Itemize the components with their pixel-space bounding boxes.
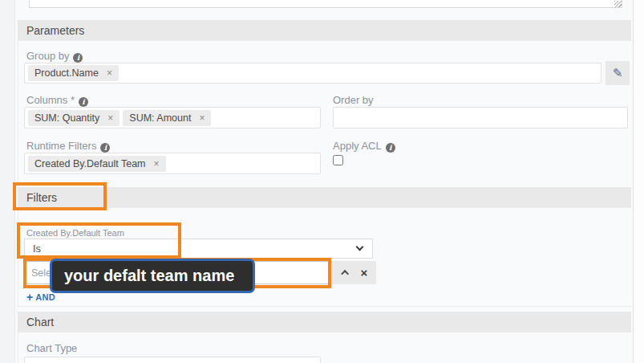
- plus-icon: +: [26, 291, 33, 304]
- chevron-down-icon: [356, 243, 364, 251]
- tag-label: SUM: Quantity: [34, 112, 99, 124]
- section-header-chart: Chart: [18, 312, 631, 332]
- section-title: Parameters: [26, 24, 84, 37]
- remove-tag-icon[interactable]: ×: [107, 68, 112, 78]
- tag-label: Created By.Default Team: [34, 158, 146, 169]
- info-icon[interactable]: i: [73, 53, 83, 63]
- order-by-input[interactable]: [333, 107, 628, 128]
- group-by-label: Group byi: [26, 50, 83, 63]
- section-header-filters: Filters: [18, 187, 631, 208]
- section-title: Chart: [26, 316, 54, 328]
- remove-tag-icon[interactable]: ×: [154, 159, 160, 169]
- remove-filter-button[interactable]: ×: [360, 267, 367, 279]
- info-icon[interactable]: i: [386, 143, 395, 153]
- info-icon[interactable]: i: [79, 97, 88, 107]
- tag-label: Product.Name: [34, 67, 99, 79]
- runtime-filters-label: Runtime Filtersi: [26, 140, 110, 153]
- apply-acl-label: Apply ACLi: [333, 140, 395, 153]
- tag-chip[interactable]: SUM: Quantity ×: [28, 110, 119, 126]
- filter-row-actions: ×: [331, 261, 376, 284]
- and-link-label: AND: [35, 292, 55, 302]
- resize-handle-icon[interactable]: [614, 1, 622, 7]
- remove-tag-icon[interactable]: ×: [107, 113, 113, 123]
- tag-chip[interactable]: Created By.Default Team ×: [28, 156, 166, 172]
- edit-group-by-button[interactable]: ✎: [606, 61, 630, 85]
- scrollbar-track[interactable]: [633, 0, 644, 363]
- columns-input[interactable]: SUM: Quantity × SUM: Amount ×: [24, 107, 321, 128]
- annotation-tooltip: your defalt team name: [50, 259, 255, 293]
- description-textarea[interactable]: [29, 0, 622, 8]
- tag-chip[interactable]: SUM: Amount ×: [123, 110, 211, 126]
- order-by-label: Order by: [333, 94, 374, 106]
- operator-select[interactable]: Is: [24, 239, 373, 259]
- caret-up-icon: [341, 270, 349, 278]
- columns-label: Columns *i: [26, 94, 88, 107]
- chart-type-label: Chart Type: [26, 342, 77, 354]
- section-header-parameters: Parameters: [18, 20, 631, 41]
- remove-tag-icon[interactable]: ×: [199, 113, 205, 123]
- tag-chip[interactable]: Product.Name ×: [28, 65, 119, 81]
- apply-acl-checkbox[interactable]: [333, 155, 343, 165]
- tag-label: SUM: Amount: [129, 112, 191, 124]
- add-and-condition-link[interactable]: + AND: [26, 291, 55, 304]
- section-title: Filters: [26, 191, 57, 204]
- info-icon[interactable]: i: [100, 143, 110, 153]
- move-up-button[interactable]: [340, 267, 352, 279]
- operator-selected-value: Is: [33, 243, 41, 255]
- filter-field-label: Created By.Default Team: [26, 228, 124, 238]
- chart-type-input[interactable]: [24, 357, 321, 363]
- pencil-icon: ✎: [613, 66, 623, 80]
- group-by-input[interactable]: Product.Name ×: [24, 63, 601, 84]
- left-gutter: [0, 0, 15, 363]
- runtime-filters-input[interactable]: Created By.Default Team ×: [24, 153, 321, 174]
